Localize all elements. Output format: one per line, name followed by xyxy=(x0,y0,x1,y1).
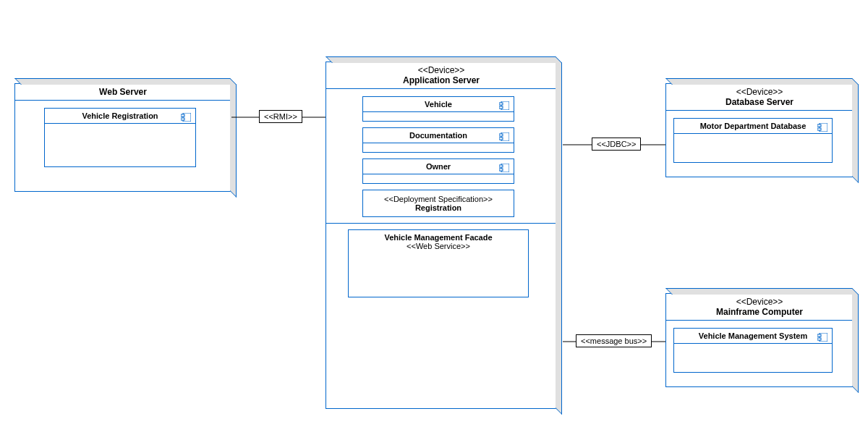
vehicle-header: Vehicle xyxy=(363,97,514,111)
component-icon xyxy=(499,164,509,172)
db-server-stereotype: <<Device>> xyxy=(672,87,847,97)
vms-header: Vehicle Management System xyxy=(674,329,832,343)
svg-rect-8 xyxy=(499,138,503,140)
app-server-title: Application Server xyxy=(403,75,480,85)
section-divider xyxy=(326,223,556,224)
svg-rect-16 xyxy=(817,334,821,337)
jdbc-label: <<JDBC>> xyxy=(592,138,641,151)
owner-header: Owner xyxy=(363,159,514,174)
web-server-header: Web Server xyxy=(15,84,231,101)
owner-body xyxy=(363,174,514,183)
documentation-body xyxy=(363,143,514,152)
facade-body xyxy=(349,253,528,297)
svg-rect-14 xyxy=(817,128,821,130)
svg-rect-2 xyxy=(181,118,184,120)
component-icon xyxy=(817,333,827,342)
msgbus-label: <<message bus>> xyxy=(576,334,652,347)
motor-db-label: Motor Department Database xyxy=(700,122,807,130)
component-icon xyxy=(499,101,509,110)
db-server-title: Database Server xyxy=(726,97,793,107)
vehicle-registration-artifact[interactable]: Vehicle Registration xyxy=(44,108,196,167)
web-server-node[interactable]: Web Server Vehicle Registration xyxy=(14,83,231,192)
rmi-label: <<RMI>> xyxy=(259,110,302,123)
web-server-title: Web Server xyxy=(99,87,147,97)
motor-db-artifact[interactable]: Motor Department Database xyxy=(673,118,833,163)
app-server-body: Vehicle Documentation Owner <<Deployment… xyxy=(326,89,556,310)
registration-spec[interactable]: <<Deployment Specification>> Registratio… xyxy=(362,190,514,217)
vehicle-registration-label: Vehicle Registration xyxy=(82,111,158,120)
component-icon xyxy=(181,113,191,122)
vms-body xyxy=(674,343,832,372)
vehicle-body xyxy=(363,111,514,121)
web-server-body: Vehicle Registration xyxy=(15,101,231,180)
svg-rect-10 xyxy=(499,165,503,167)
db-server-node[interactable]: <<Device>> Database Server Motor Departm… xyxy=(665,83,854,177)
owner-label: Owner xyxy=(426,162,451,171)
documentation-artifact[interactable]: Documentation xyxy=(362,127,514,153)
owner-artifact[interactable]: Owner xyxy=(362,158,514,184)
svg-rect-7 xyxy=(499,134,503,136)
svg-rect-13 xyxy=(817,124,821,127)
vms-label: Vehicle Management System xyxy=(699,331,807,340)
svg-rect-11 xyxy=(499,169,503,171)
mainframe-node[interactable]: <<Device>> Mainframe Computer Vehicle Ma… xyxy=(665,293,854,387)
documentation-header: Documentation xyxy=(363,128,514,143)
app-server-node[interactable]: <<Device>> Application Server Vehicle Do… xyxy=(326,62,557,409)
vehicle-registration-header: Vehicle Registration xyxy=(45,109,195,123)
vehicle-label: Vehicle xyxy=(425,100,452,109)
svg-rect-17 xyxy=(817,338,821,340)
facade-artifact[interactable]: Vehicle Management Facade <<Web Service>… xyxy=(348,229,529,297)
facade-stereotype: <<Web Service>> xyxy=(354,242,522,250)
db-server-header: <<Device>> Database Server xyxy=(666,84,853,111)
component-icon xyxy=(499,132,509,141)
mainframe-header: <<Device>> Mainframe Computer xyxy=(666,294,853,321)
app-server-header: <<Device>> Application Server xyxy=(326,62,556,89)
mainframe-stereotype: <<Device>> xyxy=(672,297,847,307)
vehicle-registration-body xyxy=(45,123,195,166)
mainframe-body: Vehicle Management System xyxy=(666,321,853,386)
registration-spec-stereotype: <<Deployment Specification>> xyxy=(367,195,509,203)
app-server-stereotype: <<Device>> xyxy=(332,65,550,75)
motor-db-header: Motor Department Database xyxy=(674,119,832,133)
mainframe-title: Mainframe Computer xyxy=(716,307,803,317)
svg-rect-1 xyxy=(181,114,184,117)
motor-db-body xyxy=(674,133,832,162)
component-icon xyxy=(817,123,827,132)
svg-rect-5 xyxy=(499,106,503,109)
registration-spec-title: Registration xyxy=(367,203,509,212)
db-server-body: Motor Department Database xyxy=(666,111,853,176)
documentation-label: Documentation xyxy=(409,131,467,140)
facade-header: Vehicle Management Facade <<Web Service>… xyxy=(349,230,528,253)
svg-rect-4 xyxy=(499,103,503,105)
facade-title: Vehicle Management Facade xyxy=(354,233,522,242)
vms-artifact[interactable]: Vehicle Management System xyxy=(673,328,833,373)
vehicle-artifact[interactable]: Vehicle xyxy=(362,96,514,122)
